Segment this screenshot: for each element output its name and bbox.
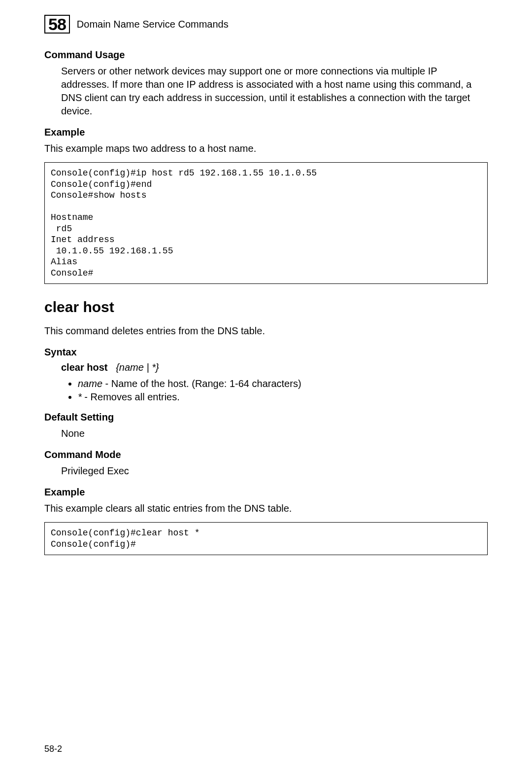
clear-host-description: This command deletes entries from the DN… xyxy=(44,324,488,338)
command-mode-value: Privileged Exec xyxy=(44,464,488,478)
param-item: * - Removes all entries. xyxy=(78,391,488,403)
param-desc: - Name of the host. (Range: 1-64 charact… xyxy=(102,378,301,389)
default-setting-value: None xyxy=(44,427,488,440)
command-mode-label: Command Mode xyxy=(44,449,488,460)
command-usage-label: Command Usage xyxy=(44,49,488,61)
example1-intro: This example maps two address to a host … xyxy=(44,142,488,155)
example2-label: Example xyxy=(44,487,488,498)
chapter-title: Domain Name Service Commands xyxy=(77,19,229,30)
syntax-command: clear host xyxy=(61,362,107,373)
default-setting-label: Default Setting xyxy=(44,412,488,423)
command-usage-text: Servers or other network devices may sup… xyxy=(44,65,488,118)
example1-code-block: Console(config)#ip host rd5 192.168.1.55… xyxy=(44,162,488,284)
chapter-number-box: 58 xyxy=(44,15,70,34)
example1-label: Example xyxy=(44,127,488,138)
syntax-label: Syntax xyxy=(44,347,488,358)
param-name: name xyxy=(78,378,102,389)
page-header: 58 Domain Name Service Commands xyxy=(44,15,488,34)
param-item: name - Name of the host. (Range: 1-64 ch… xyxy=(78,378,488,389)
page-number: 58-2 xyxy=(44,744,62,754)
syntax-line: clear host {name | *} xyxy=(44,362,488,373)
param-desc: - Removes all entries. xyxy=(82,391,180,402)
param-list: name - Name of the host. (Range: 1-64 ch… xyxy=(44,378,488,403)
clear-host-heading: clear host xyxy=(44,299,488,316)
param-name: * xyxy=(78,391,82,402)
example2-code-block: Console(config)#clear host * Console(con… xyxy=(44,522,488,555)
page: 58 Domain Name Service Commands Command … xyxy=(0,0,532,774)
example2-intro: This example clears all static entries f… xyxy=(44,502,488,515)
syntax-args: {name | *} xyxy=(116,362,159,373)
